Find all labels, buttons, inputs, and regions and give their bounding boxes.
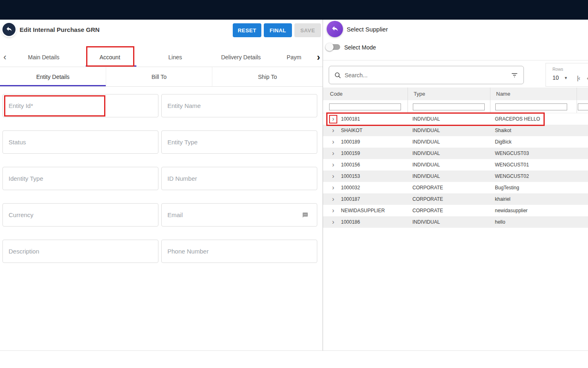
id-number-field[interactable]: ID Number <box>161 167 317 190</box>
field-label: ID Number <box>167 175 197 182</box>
table-row[interactable]: › 1000032 CORPORATE BugTesting <box>323 182 588 193</box>
filter-input-type[interactable] <box>413 103 485 110</box>
table-row[interactable]: › 1000153 INDIVIDUAL WENGCUST02 <box>323 171 588 182</box>
row-code: 1000032 <box>338 185 412 191</box>
row-type: INDIVIDUAL <box>412 150 495 156</box>
row-type: INDIVIDUAL <box>412 116 495 122</box>
filter-input-name[interactable] <box>495 103 567 110</box>
table-row[interactable]: › 1000189 INDIVIDUAL DigBick <box>323 136 588 148</box>
column-header-type: Type <box>412 91 495 97</box>
row-name: WENGCUST01 <box>495 162 588 168</box>
row-code: 1000153 <box>338 173 412 179</box>
identity-type-field[interactable]: Identity Type <box>2 167 158 190</box>
search-input[interactable] <box>345 72 510 79</box>
tab-account[interactable]: Account <box>78 47 142 67</box>
row-code: 1000186 <box>338 219 412 225</box>
row-type: CORPORATE <box>412 208 495 213</box>
row-expand-icon[interactable]: › <box>332 116 334 122</box>
select-mode-label: Select Mode <box>344 44 376 51</box>
table-row[interactable]: › 1000156 INDIVIDUAL WENGCUST01 <box>323 159 588 171</box>
field-label: Status <box>9 139 26 146</box>
table-row[interactable]: › 1000159 INDIVIDUAL WENGCUST03 <box>323 148 588 159</box>
chevron-down-icon[interactable]: ▾ <box>565 75 567 81</box>
grn-edit-panel: Edit Internal Purchase GRN RESET FINAL S… <box>0 20 323 351</box>
select-supplier-panel: Select Supplier Select Mode Rows 10 ▾ |‹… <box>323 20 588 351</box>
entity-type-field[interactable]: Entity Type <box>161 130 317 154</box>
table-row[interactable]: › 1000181 INDIVIDUAL GRACEPOS HELLO <box>323 113 588 125</box>
field-label: Entity Id* <box>9 102 33 109</box>
filter-input-extra[interactable] <box>578 103 588 110</box>
status-field[interactable]: Status <box>2 130 158 154</box>
row-expand-icon[interactable]: › <box>332 150 334 157</box>
table-row[interactable]: › 1000186 INDIVIDUAL hello <box>323 216 588 228</box>
row-type: INDIVIDUAL <box>412 128 495 133</box>
column-separator <box>408 88 408 113</box>
row-name: Shaikot <box>495 128 588 133</box>
supplier-back-button[interactable] <box>327 21 343 37</box>
field-label: Entity Name <box>167 102 201 109</box>
entity-id-field[interactable]: Entity Id* <box>2 94 158 117</box>
rows-per-page-widget: Rows 10 ▾ |‹ ‹ <box>546 63 588 87</box>
row-expand-icon[interactable]: › <box>332 173 334 180</box>
row-expand-icon[interactable]: › <box>332 196 334 202</box>
row-code: 1000187 <box>338 196 412 202</box>
tab-main-details[interactable]: Main Details <box>10 47 78 67</box>
subtab-entity-details[interactable]: Entity Details <box>0 67 106 86</box>
currency-field[interactable]: Currency <box>2 203 158 227</box>
row-expand-icon[interactable]: › <box>332 184 334 191</box>
description-field[interactable]: Description <box>2 240 158 263</box>
rows-label: Rows <box>552 67 563 72</box>
field-label: Identity Type <box>9 175 43 182</box>
email-field[interactable]: Email <box>161 203 317 227</box>
filter-input-code[interactable] <box>329 103 401 110</box>
subtab-ship-to[interactable]: Ship To <box>212 67 323 86</box>
filter-icon[interactable] <box>510 71 519 79</box>
supplier-search-bar <box>329 66 524 84</box>
tab-label: Main Details <box>28 54 59 61</box>
table-row[interactable]: › SHAIKOT INDIVIDUAL Shaikot <box>323 125 588 136</box>
tab-lines[interactable]: Lines <box>142 47 208 67</box>
phone-number-field[interactable]: Phone Number <box>161 240 317 263</box>
toggle-knob <box>325 43 334 51</box>
field-label: Entity Type <box>167 139 198 146</box>
panel-title: Select Supplier <box>347 26 388 33</box>
subtab-bill-to[interactable]: Bill To <box>106 67 212 86</box>
first-page-icon[interactable]: |‹ <box>577 74 580 81</box>
tab-label: Paym <box>287 54 301 61</box>
back-arrow-icon <box>331 25 339 34</box>
row-expand-icon[interactable]: › <box>332 219 334 225</box>
row-expand-icon[interactable]: › <box>332 127 334 134</box>
subtab-label: Bill To <box>151 74 167 80</box>
table-row[interactable]: › 1000187 CORPORATE khairiel <box>323 193 588 205</box>
entity-name-field[interactable]: Entity Name <box>161 94 317 117</box>
row-expand-icon[interactable]: › <box>332 162 334 168</box>
subtab-label: Ship To <box>258 74 277 80</box>
tab-scroll-left-icon[interactable]: ‹ <box>0 47 10 67</box>
back-button[interactable] <box>2 23 16 36</box>
tab-label: Account <box>100 54 120 61</box>
row-type: INDIVIDUAL <box>412 173 495 179</box>
message-icon <box>302 212 308 218</box>
reset-button[interactable]: RESET <box>233 23 261 37</box>
row-name: hello <box>495 219 588 225</box>
search-icon <box>334 72 341 79</box>
row-type: INDIVIDUAL <box>412 219 495 225</box>
table-header: Code Type Name <box>323 88 588 100</box>
rows-per-page-select[interactable]: 10 <box>552 74 559 81</box>
tab-label: Delivery Details <box>221 54 261 61</box>
field-label: Currency <box>9 211 33 218</box>
row-expand-icon[interactable]: › <box>332 207 334 214</box>
tab-delivery-details[interactable]: Delivery Details <box>208 47 274 67</box>
row-expand-icon[interactable]: › <box>332 139 334 145</box>
table-row[interactable]: › NEWIDASUPPLIER CORPORATE newidasupplie… <box>323 205 588 216</box>
tab-scroll-right-icon[interactable]: › <box>314 47 323 67</box>
select-mode-toggle[interactable] <box>325 43 341 51</box>
row-name: newidasupplier <box>495 208 588 213</box>
tab-payment[interactable]: Paym <box>274 47 314 67</box>
header-divider <box>323 60 588 61</box>
final-button[interactable]: FINAL <box>264 23 292 37</box>
save-button[interactable]: SAVE <box>294 23 321 37</box>
row-name: WENGCUST03 <box>495 150 588 156</box>
column-separator <box>577 88 577 113</box>
back-arrow-icon <box>6 25 13 34</box>
